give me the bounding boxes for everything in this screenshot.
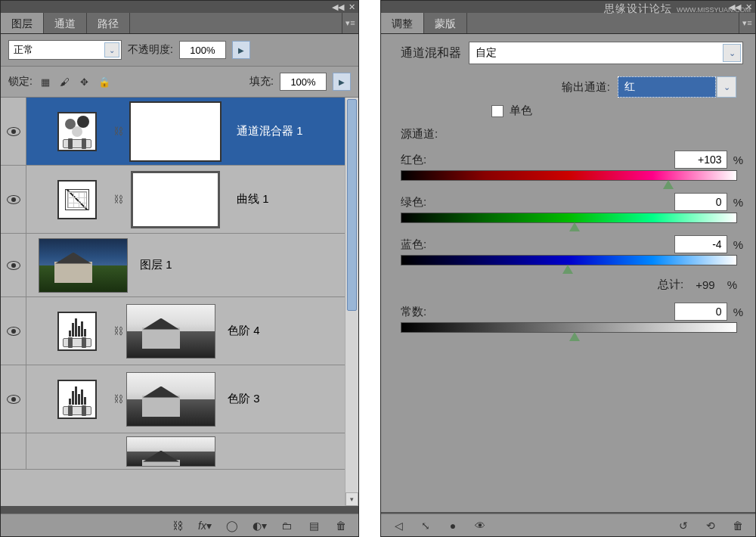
layer-row[interactable] [1, 433, 358, 470]
slider-handle[interactable] [569, 222, 580, 231]
layer-name[interactable]: 图层 1 [128, 258, 358, 272]
tab-channels[interactable]: 通道 [44, 13, 87, 33]
monochrome-label: 单色 [510, 104, 532, 118]
previous-state-icon[interactable]: ↺ [675, 517, 692, 534]
link-icon[interactable]: ⛓ [110, 194, 126, 205]
lock-label: 锁定: [8, 75, 33, 88]
adjustment-title: 通道混和器 [401, 45, 461, 61]
blue-value[interactable]: -4 [674, 235, 727, 253]
preset-value: 自定 [476, 46, 497, 60]
layer-row[interactable]: 图层 1 [1, 234, 358, 297]
visibility-icon[interactable] [7, 261, 20, 270]
scroll-thumb[interactable] [347, 99, 357, 311]
group-icon[interactable]: 🗀 [278, 517, 295, 534]
levels-icon [57, 380, 97, 419]
back-icon[interactable]: ◁ [390, 517, 407, 534]
scrollbar[interactable]: ▾ [345, 98, 358, 506]
opacity-value[interactable]: 100% [179, 41, 226, 59]
green-value[interactable]: 0 [674, 193, 727, 211]
layer-row[interactable]: ⛓ 曲线 1 [1, 166, 358, 234]
output-row: 输出通道: 红 ⌄ [401, 76, 743, 98]
percent-label: % [727, 278, 737, 291]
adjustment-body: 通道混和器 自定 ⌄ 输出通道: 红 ⌄ 单色 源通道: 红色: +103 % [381, 34, 755, 512]
green-slider[interactable] [401, 213, 737, 223]
source-channels-label: 源通道: [401, 127, 743, 141]
collapse-icon[interactable]: ◀◀ [332, 2, 344, 12]
green-label: 绿色: [401, 195, 426, 210]
panel-menu-icon[interactable]: ▾≡ [739, 13, 755, 33]
reset-icon[interactable]: ⟲ [702, 517, 719, 534]
fx-icon[interactable]: fx▾ [197, 517, 213, 534]
red-slider[interactable] [401, 170, 737, 181]
delete-icon[interactable]: 🗑 [333, 517, 349, 534]
blue-slider-row: 蓝色: -4 % [401, 235, 743, 265]
visibility-icon[interactable] [7, 327, 20, 336]
layer-thumbnail[interactable] [39, 238, 128, 293]
layer-name[interactable]: 色阶 4 [215, 324, 358, 338]
link-layers-icon[interactable]: ⛓ [169, 517, 186, 534]
lock-all-icon[interactable]: 🔒 [98, 75, 111, 88]
lock-position-icon[interactable]: ✥ [78, 75, 91, 88]
preset-dropdown[interactable]: 自定 ⌄ [469, 42, 743, 64]
link-icon[interactable]: ⛓ [110, 126, 126, 137]
percent-label: % [733, 306, 743, 318]
layer-row[interactable]: ⛓ 色阶 3 [1, 365, 358, 433]
blue-slider[interactable] [401, 255, 737, 265]
tab-adjustments[interactable]: 调整 [381, 13, 424, 33]
link-icon[interactable]: ⛓ [110, 393, 126, 405]
lock-transparency-icon[interactable]: ▦ [39, 75, 52, 88]
tab-row: 调整 蒙版 ▾≡ [381, 13, 755, 34]
visibility-icon[interactable] [7, 127, 20, 136]
layer-name[interactable]: 色阶 3 [215, 392, 358, 406]
visibility-icon[interactable] [7, 195, 20, 204]
delete-icon[interactable]: 🗑 [730, 517, 746, 534]
add-mask-icon[interactable]: ◯ [224, 517, 240, 534]
panel-menu-icon[interactable]: ▾≡ [342, 13, 358, 33]
link-icon[interactable]: ⛓ [110, 325, 126, 337]
tab-masks[interactable]: 蒙版 [424, 13, 467, 33]
adjustments-panel: 思缘设计论坛WWW.MISSYUAN.COM ◀◀ ✕ 调整 蒙版 ▾≡ 通道混… [380, 0, 756, 537]
lock-pixels-icon[interactable]: 🖌 [58, 75, 72, 88]
layer-mask[interactable] [131, 171, 220, 228]
output-channel-dropdown[interactable]: 红 ⌄ [618, 76, 716, 98]
tab-layers[interactable]: 图层 [1, 13, 44, 33]
layer-row[interactable]: ⛓ 通道混合器 1 [1, 98, 358, 166]
slider-handle[interactable] [569, 332, 580, 341]
slider-handle[interactable] [663, 180, 674, 189]
blue-label: 蓝色: [401, 237, 426, 252]
constant-slider[interactable] [401, 322, 737, 333]
percent-label: % [733, 154, 743, 166]
layer-mask[interactable] [126, 436, 215, 467]
fill-flyout-icon[interactable]: ▶ [333, 73, 351, 91]
layer-mask[interactable] [131, 103, 220, 160]
watermark: 思缘设计论坛WWW.MISSYUAN.COM [604, 2, 751, 16]
layer-mask[interactable] [126, 304, 215, 359]
visibility-icon[interactable]: 👁 [472, 517, 488, 534]
preset-row: 通道混和器 自定 ⌄ [401, 42, 743, 64]
close-icon[interactable]: ✕ [349, 2, 355, 12]
new-layer-icon[interactable]: ▤ [305, 517, 322, 534]
layer-name[interactable]: 曲线 1 [225, 192, 358, 206]
chevron-down-icon: ⌄ [717, 76, 736, 98]
adjustment-layer-icon[interactable]: ◐▾ [251, 517, 268, 534]
constant-value[interactable]: 0 [674, 303, 727, 321]
scroll-down-icon[interactable]: ▾ [345, 492, 358, 506]
layer-mask[interactable] [126, 372, 215, 427]
total-label: 总计: [658, 278, 683, 292]
visibility-icon[interactable] [7, 395, 20, 404]
slider-handle[interactable] [562, 265, 573, 274]
fill-value[interactable]: 100% [280, 73, 327, 91]
levels-icon [57, 312, 97, 351]
layer-row[interactable]: ⛓ 色阶 4 [1, 297, 358, 365]
layer-name[interactable]: 通道混合器 1 [225, 124, 358, 138]
blend-mode-dropdown[interactable]: 正常 ⌄ [8, 40, 122, 60]
opacity-label: 不透明度: [128, 43, 173, 57]
constant-label: 常数: [401, 305, 426, 319]
expand-icon[interactable]: ⤡ [417, 517, 434, 534]
monochrome-checkbox[interactable] [491, 105, 503, 117]
red-value[interactable]: +103 [674, 151, 727, 169]
clip-icon[interactable]: ● [445, 517, 461, 534]
opacity-flyout-icon[interactable]: ▶ [232, 41, 250, 59]
tab-paths[interactable]: 路径 [87, 13, 130, 33]
blend-row: 正常 ⌄ 不透明度: 100% ▶ [1, 34, 358, 67]
